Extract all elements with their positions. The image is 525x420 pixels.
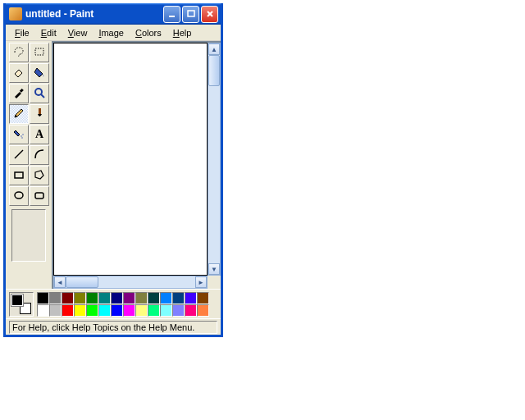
color-swatch[interactable] <box>111 304 123 317</box>
palette-row <box>6 289 221 318</box>
color-swatch[interactable] <box>148 304 160 317</box>
svg-point-11 <box>15 192 23 199</box>
menu-view[interactable]: View <box>62 26 94 39</box>
canvas[interactable] <box>53 43 208 276</box>
color-swatch[interactable] <box>62 304 74 317</box>
tool-free-form-select[interactable] <box>9 43 29 62</box>
tool-fill[interactable] <box>30 63 49 83</box>
tool-line[interactable] <box>9 145 29 165</box>
fill-icon <box>33 66 46 80</box>
svg-point-8 <box>21 137 22 138</box>
scroll-track-horizontal[interactable] <box>66 276 195 288</box>
free-form-select-icon <box>12 45 25 60</box>
paint-window: untitled - Paint File Edit View Image Co… <box>3 3 223 337</box>
tool-curve[interactable] <box>30 145 49 165</box>
brush-icon <box>33 107 46 121</box>
magnifier-icon <box>33 86 46 101</box>
color-swatch[interactable] <box>98 292 111 304</box>
menu-image[interactable]: Image <box>93 26 130 39</box>
color-swatch[interactable] <box>123 304 135 317</box>
color-swatch[interactable] <box>49 292 62 304</box>
tool-options-box[interactable] <box>11 209 46 262</box>
color-swatch[interactable] <box>185 292 197 304</box>
status-text: For Help, click Help Topics on the Help … <box>9 321 217 334</box>
tool-pencil[interactable] <box>9 104 29 124</box>
vertical-scrollbar[interactable]: ▲ ▼ <box>208 43 221 276</box>
scroll-right-button[interactable]: ► <box>195 276 207 288</box>
color-swatch[interactable] <box>74 304 86 317</box>
pencil-icon <box>12 107 25 121</box>
client-area: A ▲ ▼ ◄ ► <box>6 41 221 289</box>
tool-brush[interactable] <box>30 104 49 124</box>
maximize-icon <box>187 10 195 18</box>
svg-rect-2 <box>35 48 43 55</box>
tool-pick-color[interactable] <box>9 84 29 103</box>
tool-airbrush[interactable] <box>9 125 29 144</box>
tool-magnifier[interactable] <box>30 84 49 103</box>
menu-edit[interactable]: Edit <box>35 26 62 39</box>
tool-rounded-rectangle[interactable] <box>30 186 49 206</box>
scroll-track-vertical[interactable] <box>208 55 220 263</box>
menubar: File Edit View Image Colors Help <box>6 25 221 41</box>
color-swatch[interactable] <box>135 292 148 304</box>
statusbar: For Help, click Help Topics on the Help … <box>6 318 221 335</box>
color-swatch[interactable] <box>185 304 197 317</box>
menu-help[interactable]: Help <box>167 26 198 39</box>
svg-rect-3 <box>19 89 23 93</box>
svg-rect-1 <box>188 11 194 16</box>
color-swatch[interactable] <box>160 292 172 304</box>
close-icon <box>206 10 214 18</box>
menu-colors[interactable]: Colors <box>130 26 167 39</box>
color-swatch[interactable] <box>37 304 49 317</box>
color-swatch[interactable] <box>160 304 172 317</box>
color-swatch[interactable] <box>197 292 209 304</box>
minimize-icon <box>168 10 176 18</box>
tool-rectangle[interactable] <box>9 166 29 185</box>
scroll-down-button[interactable]: ▼ <box>208 263 220 275</box>
color-swatch[interactable] <box>49 304 62 317</box>
color-swatch[interactable] <box>86 304 98 317</box>
svg-point-4 <box>35 89 42 95</box>
rectangle-icon <box>12 168 25 183</box>
tool-select[interactable] <box>30 43 49 62</box>
foreground-color <box>11 294 23 306</box>
color-swatch[interactable] <box>123 292 135 304</box>
tool-polygon[interactable] <box>30 166 49 185</box>
scroll-thumb-horizontal[interactable] <box>66 276 98 288</box>
scroll-thumb-vertical[interactable] <box>208 55 220 86</box>
minimize-button[interactable] <box>163 6 180 23</box>
close-button[interactable] <box>201 6 218 23</box>
color-swatch[interactable] <box>197 304 209 317</box>
app-icon <box>9 7 22 21</box>
svg-rect-0 <box>169 16 175 17</box>
color-swatch[interactable] <box>74 292 86 304</box>
color-swatch[interactable] <box>172 304 185 317</box>
color-indicator[interactable] <box>9 292 34 317</box>
color-swatch[interactable] <box>111 292 123 304</box>
tool-ellipse[interactable] <box>9 186 29 206</box>
scroll-up-button[interactable]: ▲ <box>208 43 220 55</box>
color-swatch[interactable] <box>98 304 111 317</box>
titlebar[interactable]: untitled - Paint <box>6 3 221 25</box>
svg-rect-5 <box>39 108 41 114</box>
horizontal-scrollbar[interactable]: ◄ ► <box>53 276 208 289</box>
svg-text:A: A <box>35 128 44 140</box>
menu-file[interactable]: File <box>9 26 35 39</box>
tool-eraser[interactable] <box>9 63 29 83</box>
color-swatch[interactable] <box>86 292 98 304</box>
svg-point-6 <box>21 135 21 136</box>
pick-color-icon <box>12 86 25 101</box>
rounded-rectangle-icon <box>33 189 46 203</box>
color-swatch[interactable] <box>62 292 74 304</box>
scroll-corner <box>208 276 221 289</box>
scroll-left-button[interactable]: ◄ <box>54 276 66 288</box>
tool-text[interactable]: A <box>30 125 49 144</box>
color-swatch[interactable] <box>37 292 49 304</box>
color-swatch[interactable] <box>172 292 185 304</box>
airbrush-icon <box>12 127 25 142</box>
color-swatch[interactable] <box>148 292 160 304</box>
color-swatch[interactable] <box>135 304 148 317</box>
polygon-icon <box>33 168 46 183</box>
svg-rect-10 <box>15 172 23 178</box>
maximize-button[interactable] <box>182 6 199 23</box>
